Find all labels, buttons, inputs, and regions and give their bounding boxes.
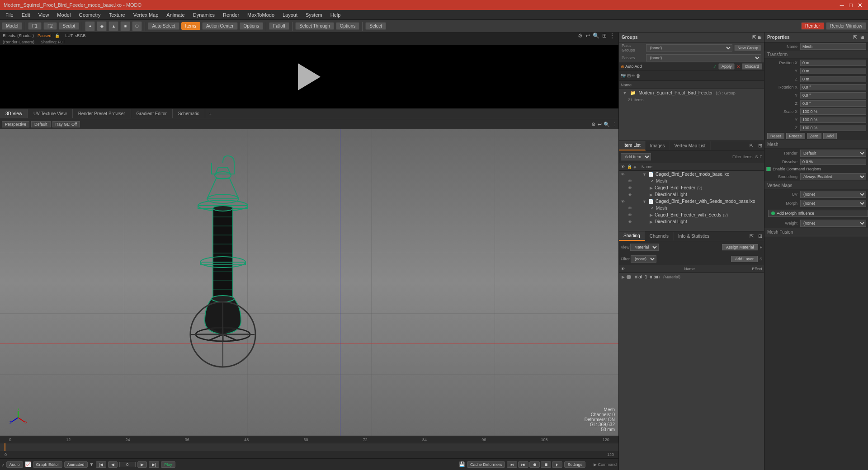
- ptab-vertexmap[interactable]: Vertex Map List: [670, 141, 711, 150]
- rot-y-input[interactable]: [800, 92, 866, 99]
- mode-icon-2[interactable]: ◆: [97, 21, 107, 31]
- vp-icon-4[interactable]: ⋮: [612, 122, 617, 127]
- item-row-2[interactable]: 👁 ▶ Caged_Bird_Feeder (2): [619, 184, 764, 191]
- mode-icon-1[interactable]: ●: [85, 21, 95, 31]
- toolbar-f1[interactable]: F1: [28, 22, 42, 30]
- vp-default[interactable]: Default: [31, 121, 51, 127]
- toolbar-falloff[interactable]: Falloff: [269, 22, 289, 30]
- animated-btn[interactable]: Animated: [64, 461, 88, 468]
- enable-cmd-label[interactable]: Enable Command Regions: [766, 167, 866, 171]
- preview-icon-2[interactable]: ↩: [585, 33, 590, 39]
- ir6-arrow[interactable]: ▶: [650, 213, 653, 217]
- tab-schematic[interactable]: Schematic: [173, 109, 205, 118]
- audio-btn[interactable]: Audio: [6, 461, 23, 468]
- mode-icon-5[interactable]: ⬡: [132, 21, 142, 31]
- menu-system[interactable]: System: [302, 11, 326, 19]
- pos-x-input[interactable]: [800, 60, 866, 66]
- toolbar-action-center[interactable]: Action Center: [202, 22, 238, 30]
- rot-z-input[interactable]: [800, 100, 866, 107]
- preview-icon-3[interactable]: 🔍: [593, 33, 599, 39]
- ir0-arrow[interactable]: ▼: [642, 172, 646, 177]
- ir7-arrow[interactable]: ▶: [650, 220, 653, 224]
- close-btn[interactable]: ✕: [856, 2, 864, 9]
- item-row-1[interactable]: 👁 ✓ Mesh: [619, 178, 764, 184]
- preview-icon-4[interactable]: ⊞: [602, 33, 607, 39]
- step-back-btn[interactable]: ◀: [108, 461, 118, 468]
- toolbar-auto-select[interactable]: Auto Select: [148, 22, 179, 30]
- toolbar-select-through[interactable]: Select Through: [295, 22, 334, 30]
- menu-model[interactable]: Model: [53, 11, 74, 19]
- weight-select[interactable]: (none): [800, 220, 866, 227]
- tab-uv-texture[interactable]: UV Texture View: [28, 109, 73, 118]
- toolbar-options1[interactable]: Options: [240, 22, 263, 30]
- t3[interactable]: ⏺: [529, 461, 540, 468]
- enable-cmd-checkbox[interactable]: [766, 167, 771, 171]
- graph-editor-btn[interactable]: Graph Editor: [33, 461, 62, 468]
- add-btn[interactable]: Add: [823, 133, 837, 139]
- settings-btn[interactable]: Settings: [564, 461, 585, 468]
- scale-x-input[interactable]: [800, 108, 866, 115]
- zero-btn[interactable]: Zero: [807, 133, 822, 139]
- add-layer-btn[interactable]: Add Layer: [731, 256, 758, 262]
- scale-z-input[interactable]: [800, 125, 866, 131]
- preview-black[interactable]: [0, 45, 618, 108]
- scale-y-input[interactable]: [800, 117, 866, 123]
- menu-maxtomodo[interactable]: MaxToModo: [244, 11, 278, 19]
- add-item-select[interactable]: Add Item: [621, 153, 651, 160]
- item-row-6[interactable]: 👁 ▶ Caged_Bird_Feeder_with_Seeds (2): [619, 212, 764, 218]
- mode-icon-4[interactable]: ■: [120, 21, 130, 31]
- gt-icon1[interactable]: 📷: [621, 73, 626, 78]
- gt-icon2[interactable]: ⊞: [627, 73, 631, 78]
- timeline-cursor[interactable]: [5, 443, 5, 451]
- t4[interactable]: ⏹: [541, 461, 551, 468]
- ptab-shading[interactable]: Shading: [619, 231, 645, 241]
- ir2-arrow[interactable]: ▶: [650, 186, 653, 190]
- mode-icon-3[interactable]: ▲: [108, 21, 118, 31]
- t2[interactable]: ⏭: [518, 461, 528, 468]
- render-select[interactable]: Default: [800, 150, 866, 157]
- vp-perspective[interactable]: Perspective: [2, 121, 29, 127]
- mat0-arrow[interactable]: ▶: [622, 275, 625, 279]
- rot-x-input[interactable]: [800, 84, 866, 90]
- props-expand-icon[interactable]: ⇱: [852, 35, 858, 40]
- vp-icon-1[interactable]: ⚙: [591, 122, 596, 127]
- groups-expand-icon[interactable]: ⇱: [752, 35, 756, 40]
- mat-row-0[interactable]: ▶ mat_1_main (Material): [619, 273, 764, 281]
- viewport-canvas[interactable]: Mesh Channels: 0 Deformers: ON GL: 369,6…: [0, 129, 618, 436]
- t5[interactable]: ⏵: [552, 461, 562, 468]
- pass-groups-select[interactable]: (none): [646, 44, 732, 52]
- item-row-0[interactable]: 👁 ▼ 📄 Caged_Bird_Feeder_modo_base.lxo: [619, 171, 764, 178]
- auto-add-label[interactable]: Auto Add: [625, 64, 642, 69]
- vp-ray-gl[interactable]: Ray GL: Off: [52, 121, 80, 127]
- tab-gradient-editor[interactable]: Gradient Editor: [131, 109, 173, 118]
- toolbar-render-window[interactable]: Render Window: [826, 22, 866, 30]
- item-row-4[interactable]: 👁 ▼ 📄 Caged_Bird_Feeder_with_Seeds_modo_…: [619, 198, 764, 205]
- preview-icon-1[interactable]: ⚙: [578, 33, 583, 39]
- toolbar-render[interactable]: Render: [801, 22, 824, 30]
- ptab-images[interactable]: Images: [646, 141, 670, 150]
- smoothing-select[interactable]: Always Enabled: [800, 173, 866, 180]
- assign-material-btn[interactable]: Assign Material: [722, 244, 758, 250]
- tab-add[interactable]: +: [205, 109, 215, 118]
- prev-frame-btn[interactable]: |◀: [96, 461, 106, 468]
- ptab-itemlist[interactable]: Item List: [619, 141, 646, 150]
- menu-vertex-map[interactable]: Vertex Map: [130, 11, 162, 19]
- reset-btn[interactable]: Reset: [767, 133, 784, 139]
- il-icon2[interactable]: ⊞: [756, 143, 764, 149]
- next-frame-btn[interactable]: ▶|: [149, 461, 159, 468]
- ptab-channels[interactable]: Channels: [645, 232, 674, 240]
- vp-icon-2[interactable]: ↩: [598, 122, 602, 127]
- discard-btn[interactable]: Discard: [742, 63, 762, 70]
- maximize-btn[interactable]: □: [847, 2, 854, 9]
- gt-icon4[interactable]: 🗑: [636, 73, 641, 78]
- ptab-info-stats[interactable]: Info & Statistics: [674, 232, 714, 240]
- uv-select[interactable]: (none): [800, 191, 866, 198]
- group-item-main[interactable]: ▼ 📁 Modern_Squirrel_Proof_Bird_Feeder (3…: [619, 89, 764, 97]
- groups-icon2[interactable]: ⊞: [758, 35, 761, 40]
- menu-file[interactable]: File: [2, 11, 17, 19]
- gt-icon3[interactable]: ✏: [632, 73, 635, 78]
- tab-3d-view[interactable]: 3D View: [0, 109, 28, 118]
- minimize-btn[interactable]: ─: [838, 2, 846, 9]
- sh-icon2[interactable]: ⊞: [756, 233, 764, 239]
- ir4-arrow[interactable]: ▼: [642, 199, 646, 204]
